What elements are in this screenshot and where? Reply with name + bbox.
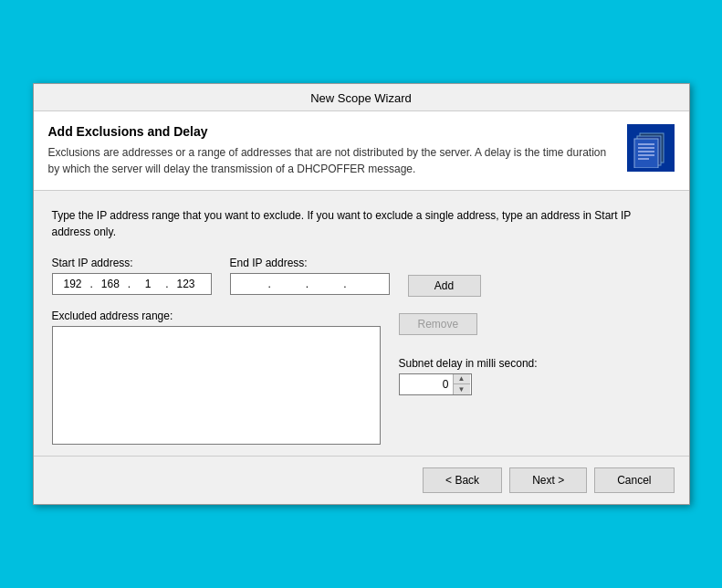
add-button[interactable]: Add — [408, 275, 481, 297]
ip-fields-row: Start IP address: . . . End IP address: — [52, 257, 671, 297]
start-ip-label: Start IP address: — [52, 257, 212, 269]
wizard-icon — [627, 124, 675, 172]
cancel-button[interactable]: Cancel — [594, 467, 674, 493]
header-description: Exclusions are addresses or a range of a… — [48, 144, 616, 177]
content-area: Add Exclusions and Delay Exclusions are … — [34, 111, 689, 504]
next-button[interactable]: Next > — [509, 467, 587, 493]
excluded-row: Excluded address range: Remove Subnet de… — [52, 310, 671, 445]
start-ip-octet1[interactable] — [57, 278, 89, 290]
subnet-delay-label: Subnet delay in milli second: — [399, 357, 538, 370]
spinner-up-button[interactable]: ▲ — [454, 374, 470, 384]
excluded-right-col: Remove Subnet delay in milli second: ▲ ▼ — [399, 310, 538, 395]
spinner-down-button[interactable]: ▼ — [454, 384, 470, 394]
body-instruction: Type the IP address range that you want … — [52, 207, 671, 240]
svg-rect-2 — [634, 139, 658, 168]
pages-svg-icon — [631, 128, 671, 168]
end-ip-group: End IP address: . . . — [230, 257, 390, 295]
excluded-label: Excluded address range: — [52, 310, 381, 322]
start-ip-input[interactable]: . . . — [52, 273, 212, 295]
start-ip-octet2[interactable] — [94, 278, 127, 290]
end-ip-octet1[interactable] — [235, 278, 267, 290]
back-button[interactable]: < Back — [423, 467, 502, 493]
add-button-col: Add — [408, 257, 481, 297]
remove-btn-wrap: Remove — [399, 313, 538, 335]
spinner-buttons: ▲ ▼ — [453, 374, 470, 394]
window-title: New Scope Wizard — [310, 91, 412, 105]
remove-button[interactable]: Remove — [399, 313, 478, 335]
end-ip-octet3[interactable] — [309, 278, 342, 290]
wizard-window: New Scope Wizard Add Exclusions and Dela… — [33, 83, 690, 505]
start-ip-group: Start IP address: . . . — [52, 257, 212, 295]
body-section: Type the IP address range that you want … — [34, 191, 689, 456]
excluded-address-list[interactable] — [52, 326, 381, 445]
end-ip-input[interactable]: . . . — [230, 273, 390, 295]
start-ip-octet4[interactable] — [170, 278, 203, 290]
excluded-list-col: Excluded address range: — [52, 310, 381, 445]
end-ip-octet4[interactable] — [348, 278, 381, 290]
end-ip-octet2[interactable] — [272, 278, 305, 290]
header-title: Add Exclusions and Delay — [48, 124, 616, 139]
title-bar: New Scope Wizard — [34, 84, 689, 111]
subnet-delay-input[interactable] — [400, 378, 453, 391]
end-ip-label: End IP address: — [230, 257, 390, 269]
subnet-section: Subnet delay in milli second: ▲ ▼ — [399, 357, 538, 395]
footer: < Back Next > Cancel — [34, 456, 689, 504]
header-text: Add Exclusions and Delay Exclusions are … — [48, 124, 616, 177]
subnet-delay-spinner[interactable]: ▲ ▼ — [399, 373, 472, 395]
start-ip-octet3[interactable] — [131, 278, 164, 290]
header-section: Add Exclusions and Delay Exclusions are … — [34, 111, 689, 191]
